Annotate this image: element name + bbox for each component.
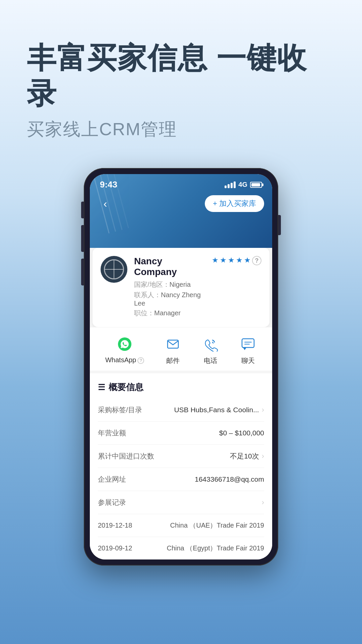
email-action[interactable]: 邮件: [164, 335, 182, 365]
exhibition-record-label: 参展记录: [98, 498, 126, 507]
star-5: ★: [244, 256, 251, 265]
power-button: [278, 215, 281, 235]
position-value: Manager: [154, 309, 181, 317]
svg-rect-1: [168, 340, 178, 348]
purchase-tags-arrow: ›: [262, 406, 264, 414]
svg-rect-2: [242, 339, 254, 347]
exhibition-record-arrow: ›: [262, 498, 264, 507]
volume-up-button: [81, 225, 84, 252]
phone-screen: 9:43 4G: [90, 174, 272, 559]
trade-record-1-date: 2019-12-18: [98, 522, 132, 529]
trade-record-1: 2019-12-18 China （UAE）Trade Fair 2019: [98, 514, 264, 537]
company-logo-icon: [104, 259, 124, 279]
overview-icon: ☰: [98, 383, 105, 392]
phone-icon: [202, 335, 219, 353]
sub-title: 买家线上CRM管理: [27, 118, 335, 141]
avatar-inner: [101, 256, 127, 283]
chat-label: 聊天: [241, 356, 255, 365]
trade-record-2-date: 2019-09-12: [98, 544, 132, 552]
china-import-label: 累计中国进口次数: [98, 451, 154, 461]
action-row: WhatsApp? 邮件: [90, 327, 272, 371]
china-import-row[interactable]: 累计中国进口次数 不足10次 ›: [98, 445, 264, 468]
company-website-value: 1643366718@qq.com: [195, 475, 264, 483]
country-detail: 国家/地区：Nigeria: [134, 280, 205, 289]
whatsapp-label: WhatsApp?: [105, 356, 144, 364]
position-label: 职位：: [134, 309, 154, 317]
overview-section: ☰ 概要信息 采购标签/目录 USB Hubs,Fans & Coolin...…: [90, 373, 272, 559]
avatar: [101, 256, 127, 283]
battery-fill: [251, 183, 260, 186]
star-4: ★: [236, 256, 243, 265]
phone-label: 电话: [204, 356, 217, 365]
main-title: 丰富买家信息 一键收录: [27, 40, 335, 111]
country-label: 国家/地区：: [134, 281, 170, 288]
trade-record-2: 2019-09-12 China （Egypt）Trade Fair 2019: [98, 537, 264, 559]
whatsapp-icon: [116, 335, 133, 353]
china-import-value: 不足10次 ›: [230, 451, 264, 461]
trade-record-2-event: China （Egypt）Trade Fair 2019: [167, 544, 264, 553]
exhibition-record-row[interactable]: 参展记录 ›: [98, 491, 264, 514]
star-3: ★: [228, 256, 235, 265]
china-import-arrow: ›: [262, 452, 264, 461]
whatsapp-action[interactable]: WhatsApp?: [105, 335, 144, 365]
exhibition-record-value: ›: [262, 498, 264, 507]
phone-mockup: 9:43 4G: [84, 168, 278, 566]
company-website-row: 企业网址 1643366718@qq.com: [98, 468, 264, 491]
volume-down-button: [81, 259, 84, 285]
email-icon: [164, 335, 182, 353]
overview-title: ☰ 概要信息: [98, 381, 264, 393]
phone-action[interactable]: 电话: [202, 335, 219, 365]
contact-name-detail: 联系人：Nancy Zheng Lee: [134, 290, 205, 307]
rating-help-icon[interactable]: ?: [252, 256, 261, 265]
company-website-label: 企业网址: [98, 475, 126, 484]
phone-header-bg: 9:43 4G: [90, 174, 272, 248]
contact-info: Nancy Company 国家/地区：Nigeria 联系人：Nancy Zh…: [134, 256, 205, 319]
rating-stars: ★ ★ ★ ★ ★ ?: [212, 256, 261, 265]
phone-outer: 9:43 4G: [84, 168, 278, 566]
header-section: 丰富买家信息 一键收录 买家线上CRM管理: [0, 0, 362, 155]
annual-revenue-label: 年营业额: [98, 428, 126, 438]
contact-label: 联系人：: [134, 291, 161, 299]
chat-icon: [239, 335, 257, 353]
star-1: ★: [212, 256, 219, 265]
trade-record-1-event: China （UAE）Trade Fair 2019: [170, 521, 264, 530]
whatsapp-help-icon[interactable]: ?: [137, 357, 144, 364]
purchase-tags-row[interactable]: 采购标签/目录 USB Hubs,Fans & Coolin... ›: [98, 398, 264, 422]
building-bg: [90, 174, 272, 248]
chat-action[interactable]: 聊天: [239, 335, 257, 365]
mute-button: [81, 202, 84, 218]
annual-revenue-row: 年营业额 $0 – $100,000: [98, 422, 264, 445]
battery-icon: [250, 182, 262, 188]
email-label: 邮件: [166, 356, 180, 365]
overview-title-text: 概要信息: [109, 381, 143, 393]
annual-revenue-value: $0 – $100,000: [219, 429, 264, 437]
contact-card: Nancy Company 国家/地区：Nigeria 联系人：Nancy Zh…: [93, 248, 269, 327]
purchase-tags-value: USB Hubs,Fans & Coolin... ›: [174, 406, 264, 414]
position-detail: 职位：Manager: [134, 309, 205, 318]
purchase-tags-label: 采购标签/目录: [98, 405, 142, 415]
country-value: Nigeria: [170, 281, 191, 288]
company-name: Nancy Company: [134, 256, 205, 277]
stars-area: ★ ★ ★ ★ ★ ?: [212, 256, 261, 265]
star-2: ★: [220, 256, 227, 265]
